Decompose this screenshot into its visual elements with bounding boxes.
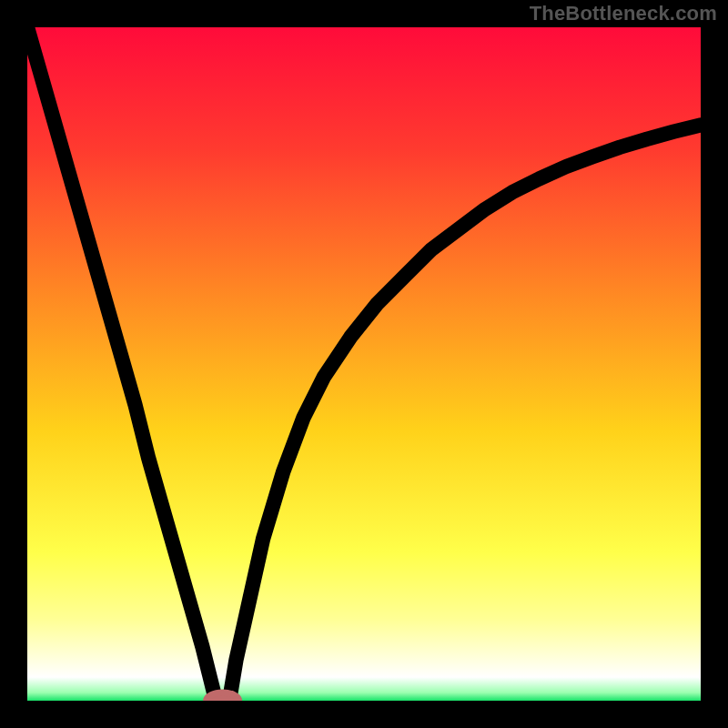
minimum-marker — [207, 693, 239, 701]
plot-area — [27, 27, 701, 701]
attribution-label: TheBottleneck.com — [530, 2, 717, 25]
bottleneck-chart — [27, 27, 701, 701]
chart-frame: TheBottleneck.com — [0, 0, 728, 728]
